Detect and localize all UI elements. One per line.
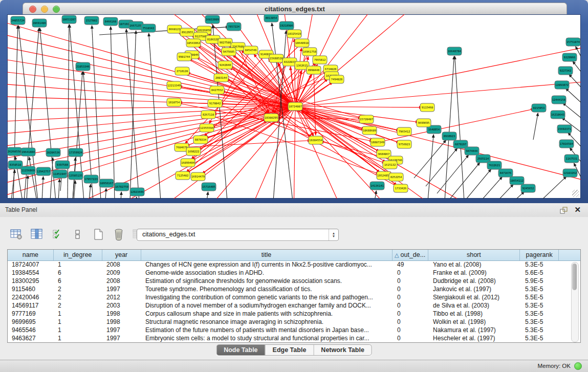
graph-node[interactable]: 15751074	[566, 38, 580, 46]
citation-edge-black[interactable]	[563, 103, 581, 118]
row-options-icon[interactable]	[71, 227, 85, 242]
table-selector-dropdown[interactable]: citations_edges.txt ▲▼	[137, 229, 339, 241]
citation-edge-black[interactable]	[149, 33, 161, 199]
graph-node[interactable]: 18640910	[295, 39, 309, 47]
citation-edge-red[interactable]	[294, 106, 295, 199]
graph-node[interactable]: 8660123	[167, 25, 182, 33]
graph-node[interactable]: 12213349	[167, 81, 181, 90]
graph-node[interactable]: 12923446	[130, 188, 144, 196]
graph-node[interactable]: 20691406	[32, 19, 47, 27]
citation-edge-black[interactable]	[105, 188, 106, 199]
graph-node[interactable]: 2718120	[175, 67, 189, 75]
graph-node[interactable]: 9827508	[218, 38, 232, 47]
table-row[interactable]: 1872400712008Changes of HCN gene express…	[8, 260, 580, 269]
citation-edge-black[interactable]	[13, 26, 18, 199]
citation-edge-black[interactable]	[136, 197, 137, 199]
table-row[interactable]: 969969511998Structural magnetic resonanc…	[8, 318, 580, 326]
column-header-title[interactable]: title	[141, 250, 393, 260]
scrollbar-thumb[interactable]	[572, 264, 577, 290]
table-row[interactable]: 977716911998Corpus callosum shape and si…	[8, 310, 580, 318]
graph-node[interactable]: 8938923	[442, 132, 456, 140]
graph-node[interactable]: 26260550	[7, 147, 21, 156]
citation-edge-black[interactable]	[565, 89, 581, 102]
graph-node[interactable]: 8267110	[201, 111, 215, 119]
citation-edge-black[interactable]	[207, 192, 208, 199]
graph-node[interactable]: 15692371	[557, 125, 572, 133]
graph-node[interactable]: 9329966	[562, 53, 577, 61]
graph-node[interactable]: 15688520	[269, 54, 284, 62]
graph-node[interactable]: 8990448	[307, 66, 321, 74]
graph-node[interactable]: 14136141	[370, 182, 384, 190]
graph-node[interactable]: 9170042	[208, 99, 222, 107]
tab-node-table[interactable]: Node Table	[216, 345, 265, 355]
citation-edge-black[interactable]	[449, 163, 480, 199]
graph-node[interactable]: 8878334	[193, 136, 208, 144]
citation-edge-red[interactable]	[295, 14, 373, 106]
graph-node[interactable]: 2803144	[214, 74, 228, 82]
show-column-icon[interactable]	[30, 227, 44, 242]
select-columns-icon[interactable]	[50, 227, 64, 242]
graph-node[interactable]: 17957223	[84, 175, 98, 183]
tab-edge-table[interactable]: Edge Table	[266, 345, 314, 355]
graph-node[interactable]: 1167531	[564, 155, 579, 163]
graph-node[interactable]: 16961758	[302, 48, 317, 56]
graph-node[interactable]: 17359924	[69, 148, 83, 157]
graph-node[interactable]: 1527002	[84, 16, 99, 25]
graph-node[interactable]: 10688609	[362, 126, 377, 135]
graph-node[interactable]: 1615132	[383, 161, 397, 169]
citation-edge-black[interactable]	[42, 177, 43, 199]
graph-node[interactable]: 16033809	[205, 15, 220, 24]
citation-edge-black[interactable]	[92, 26, 101, 199]
float-panel-icon[interactable]	[559, 206, 568, 214]
table-row[interactable]: 1456911722003Disruption of a novel membe…	[8, 301, 580, 310]
citation-edge-black[interactable]	[428, 135, 433, 199]
graph-node[interactable]: 9245652	[521, 184, 535, 192]
graph-node[interactable]: 16914479	[191, 172, 205, 181]
citation-edge-black[interactable]	[126, 29, 139, 199]
graph-node[interactable]: 19384554	[309, 136, 323, 144]
citation-edge-black[interactable]	[455, 56, 464, 199]
graph-node[interactable]: 11156869	[21, 166, 35, 174]
graph-node[interactable]: 9397588	[55, 161, 70, 169]
graph-node[interactable]: 13505135	[69, 171, 83, 180]
citation-edge-black[interactable]	[27, 176, 28, 199]
graph-node[interactable]: 9475685	[222, 48, 236, 56]
memory-status-icon[interactable]	[574, 362, 582, 370]
graph-node[interactable]: 16210643	[551, 111, 565, 119]
graph-node[interactable]: 10543862	[186, 39, 201, 47]
graph-node[interactable]: 9756923	[397, 140, 411, 148]
graph-node[interactable]: 10958167	[99, 179, 114, 187]
graph-node[interactable]: 7955812	[313, 56, 327, 64]
graph-node[interactable]: 21053346	[76, 62, 90, 71]
column-header-name[interactable]: name	[8, 250, 54, 260]
graph-node[interactable]: 8350510	[8, 161, 23, 169]
column-header-year[interactable]: year	[102, 250, 141, 260]
table-row[interactable]: 946554611997Estimation of the future num…	[8, 326, 580, 334]
citation-edge-black[interactable]	[533, 113, 538, 140]
citation-edge-black[interactable]	[437, 155, 469, 193]
graph-node[interactable]: 8454749	[244, 46, 258, 54]
graph-node[interactable]: 8813054	[264, 14, 278, 22]
citation-edge-black[interactable]	[11, 170, 15, 199]
graph-node[interactable]: 16648784	[447, 47, 462, 55]
graph-node[interactable]: 18724007	[288, 102, 302, 111]
graph-node[interactable]: 8471676	[498, 169, 513, 177]
graph-node[interactable]: 12444158	[552, 96, 566, 104]
network-graph[interactable]: 2405572420691406106532871527002846616010…	[7, 14, 581, 199]
graph-node[interactable]: 11451947	[53, 170, 67, 178]
graph-node[interactable]: 19641884	[21, 148, 35, 156]
tab-network-table[interactable]: Network Table	[314, 345, 372, 355]
graph-node[interactable]: 20206536	[46, 148, 60, 157]
graph-node[interactable]: 9901744	[177, 53, 191, 61]
citation-edge-black[interactable]	[573, 61, 581, 72]
graph-node[interactable]: 16782759	[115, 183, 129, 191]
graph-node[interactable]: 9227342	[558, 67, 573, 75]
graph-node[interactable]: 8215953	[532, 104, 546, 112]
table-row[interactable]: 946362711997Embryonic stem cells: a mode…	[8, 334, 580, 342]
new-table-icon[interactable]	[91, 227, 105, 242]
citation-edge-black[interactable]	[50, 158, 53, 199]
table-row[interactable]: 2242004622012Investigating the contribut…	[8, 293, 580, 301]
graph-node[interactable]: 10654112	[510, 177, 524, 185]
graph-node[interactable]: 12942757	[36, 167, 51, 176]
citation-edge-black[interactable]	[540, 177, 567, 199]
